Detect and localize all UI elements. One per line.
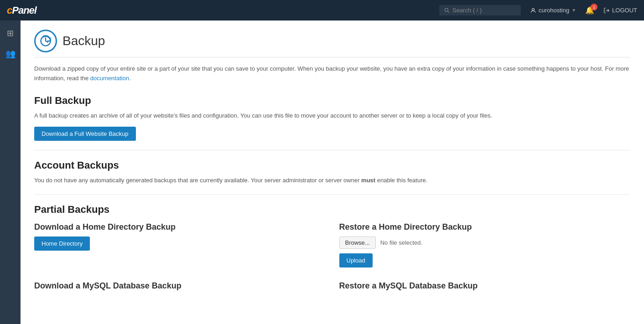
backup-svg-icon: [39, 35, 52, 47]
page-header: Backup: [34, 30, 630, 57]
sidebar-item-grid[interactable]: ⊞: [2, 25, 18, 41]
download-mysql-title: Download a MySQL Database Backup: [34, 281, 326, 291]
partial-backups-title: Partial Backups: [34, 204, 630, 216]
page-title: Backup: [62, 34, 105, 48]
restore-home-title: Restore a Home Directory Backup: [339, 222, 631, 232]
search-input[interactable]: [452, 7, 516, 14]
navbar: cPanel curohosting ▼ 🔔 1: [0, 0, 644, 21]
user-icon: [530, 7, 536, 14]
search-icon: [444, 7, 450, 14]
svg-point-2: [532, 8, 535, 10]
browse-button[interactable]: Browse...: [339, 237, 376, 249]
full-backup-desc: A full backup creates an archive of all …: [34, 111, 630, 120]
browse-row: Browse... No file selected.: [339, 237, 631, 249]
full-backup-title: Full Backup: [34, 95, 630, 107]
logout-label: LOGOUT: [612, 7, 637, 14]
account-backups-title: Account Backups: [34, 159, 630, 171]
backup-icon: [34, 30, 57, 52]
restore-mysql-title: Restore a MySQL Database Backup: [339, 281, 631, 291]
restore-mysql-section: Restore a MySQL Database Backup: [339, 281, 631, 295]
download-mysql-section: Download a MySQL Database Backup: [34, 281, 326, 295]
download-home-section: Download a Home Directory Backup Home Di…: [34, 222, 326, 267]
documentation-link[interactable]: documentation: [90, 75, 129, 82]
notification-bell[interactable]: 🔔 1: [585, 6, 594, 15]
cpanel-logo: cPanel: [7, 5, 36, 16]
sidebar: ⊞ 👥: [0, 21, 21, 324]
divider-1: [34, 150, 630, 150]
page-description: Download a zipped copy of your entire si…: [34, 64, 630, 83]
divider-2: [34, 194, 630, 195]
search-wrapper[interactable]: [439, 5, 521, 15]
layout: ⊞ 👥 Backup Download a zipped copy of you…: [0, 21, 644, 324]
main-content: Backup Download a zipped copy of your en…: [21, 21, 644, 324]
partial-backups-grid: Download a Home Directory Backup Home Di…: [34, 222, 630, 295]
user-dropdown-caret: ▼: [571, 8, 576, 13]
download-home-title: Download a Home Directory Backup: [34, 222, 326, 232]
restore-home-section: Restore a Home Directory Backup Browse..…: [339, 222, 631, 267]
nav-user[interactable]: curohosting ▼: [530, 7, 576, 14]
account-backups-desc: You do not have any automatically genera…: [34, 176, 630, 185]
logout-button[interactable]: LOGOUT: [603, 7, 637, 14]
notification-badge: 1: [591, 4, 597, 10]
svg-line-1: [447, 11, 449, 12]
username-label: curohosting: [539, 7, 569, 14]
home-directory-button[interactable]: Home Directory: [34, 237, 90, 251]
svg-point-0: [445, 8, 448, 11]
sidebar-item-users[interactable]: 👥: [2, 46, 18, 62]
upload-button[interactable]: Upload: [339, 253, 373, 267]
download-full-backup-button[interactable]: Download a Full Website Backup: [34, 127, 136, 141]
navbar-left: cPanel: [7, 5, 36, 16]
no-file-label: No file selected.: [380, 239, 423, 246]
logout-icon: [603, 7, 610, 14]
navbar-right: curohosting ▼ 🔔 1 LOGOUT: [439, 5, 637, 15]
